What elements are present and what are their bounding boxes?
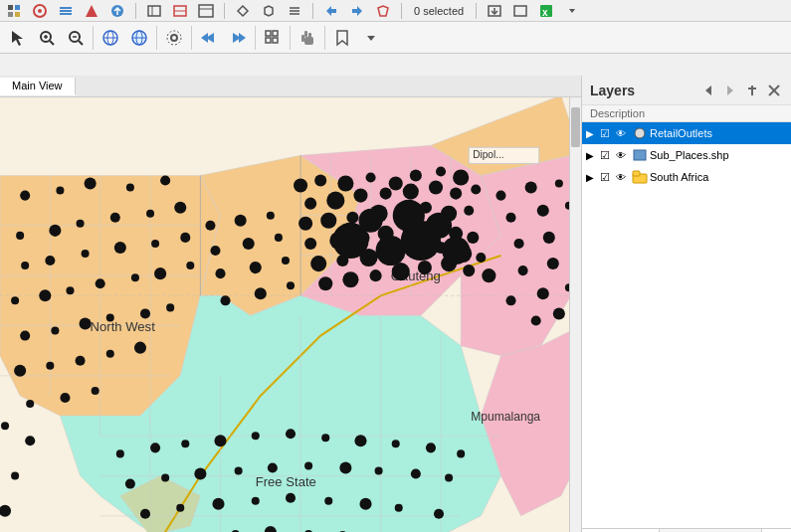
svg-point-163 <box>215 268 225 278</box>
svg-point-187 <box>150 443 160 452</box>
svg-marker-9 <box>86 5 98 17</box>
menu-icon-1[interactable] <box>4 1 24 21</box>
panel-pin-btn[interactable] <box>743 82 761 99</box>
layer-visibility-2[interactable]: 👁 <box>616 150 630 161</box>
svg-point-59 <box>56 187 64 195</box>
tool-select[interactable] <box>4 24 32 52</box>
svg-point-94 <box>60 393 70 403</box>
svg-point-106 <box>389 176 403 190</box>
selected-count-label: 0 selected <box>410 5 468 17</box>
svg-point-165 <box>282 257 290 265</box>
svg-point-159 <box>267 212 275 220</box>
menu-icon-9[interactable] <box>233 1 253 21</box>
toolbar-sep-1 <box>93 26 94 50</box>
tool-next[interactable] <box>224 24 252 52</box>
svg-point-173 <box>537 205 549 217</box>
excel-icon[interactable]: x <box>536 1 556 21</box>
menu-icon-5[interactable] <box>107 1 127 21</box>
svg-marker-273 <box>367 36 375 41</box>
svg-point-73 <box>151 240 159 248</box>
layer-checkbox-1[interactable]: ☑ <box>600 127 614 140</box>
menu-icon-8[interactable] <box>196 1 216 21</box>
layer-item-southafrica[interactable]: ▶ ☑ 👁 South Africa <box>582 166 791 188</box>
svg-point-212 <box>324 497 332 505</box>
layer-item-retailoutlets[interactable]: ▶ ☑ 👁 RetailOutlets <box>582 122 791 144</box>
svg-rect-2 <box>8 12 13 17</box>
tool-zoom-in[interactable] <box>33 24 61 52</box>
svg-point-182 <box>537 287 549 299</box>
map-area[interactable]: Main View <box>0 76 582 532</box>
svg-point-191 <box>286 429 296 439</box>
export-icon-1[interactable] <box>485 1 504 21</box>
layer-checkbox-2[interactable]: ☑ <box>600 149 614 162</box>
svg-point-103 <box>314 174 326 186</box>
v-scroll-thumb[interactable] <box>571 107 580 147</box>
menu-icon-6[interactable] <box>144 1 164 21</box>
map-canvas[interactable]: North West Gauteng Free State Mpumalanga <box>0 97 581 532</box>
svg-marker-20 <box>326 6 336 16</box>
svg-point-142 <box>318 276 332 290</box>
svg-text:North West: North West <box>91 319 156 334</box>
menu-icon-3[interactable] <box>56 1 76 21</box>
tool-pan[interactable] <box>294 24 321 52</box>
dropdown-arrow[interactable] <box>562 1 582 21</box>
menu-icon-10[interactable] <box>259 1 279 21</box>
svg-point-234 <box>635 128 645 138</box>
panel-title: Layers <box>590 83 635 98</box>
svg-point-5 <box>38 9 42 13</box>
layer-name-3: South Africa <box>650 171 708 183</box>
layer-visibility-3[interactable]: 👁 <box>616 172 630 183</box>
svg-text:Free State: Free State <box>256 474 316 489</box>
svg-line-250 <box>79 41 83 45</box>
tool-zoom-out[interactable] <box>62 24 90 52</box>
menu-icon-7[interactable] <box>170 1 190 21</box>
map-tab-bar: Main View <box>0 76 581 97</box>
tool-globe1[interactable] <box>97 24 124 52</box>
svg-point-193 <box>354 435 366 446</box>
svg-point-148 <box>463 265 475 276</box>
panel-back-btn[interactable] <box>699 82 717 99</box>
svg-point-98 <box>11 472 19 480</box>
layer-icon-2 <box>632 147 648 163</box>
layer-item-subplaces[interactable]: ▶ ☑ 👁 Sub_Places.shp <box>582 144 791 166</box>
svg-marker-228 <box>705 86 711 95</box>
tool-settings[interactable] <box>160 24 188 52</box>
svg-point-208 <box>176 504 184 512</box>
svg-point-62 <box>160 175 170 185</box>
svg-point-184 <box>531 315 541 325</box>
main-view-tab[interactable]: Main View <box>0 78 76 95</box>
export-icon-2[interactable] <box>510 1 530 21</box>
layer-icon-1 <box>632 125 648 141</box>
tool-prev[interactable] <box>195 24 223 52</box>
main-layout: Main View <box>0 76 791 532</box>
menu-icon-4[interactable] <box>82 1 101 21</box>
tool-grid[interactable] <box>259 24 287 52</box>
menu-icon-12[interactable] <box>321 1 341 21</box>
svg-point-65 <box>77 220 85 228</box>
tool-dropdown[interactable] <box>357 24 385 52</box>
tool-globe2[interactable] <box>125 24 153 52</box>
svg-point-79 <box>131 273 139 281</box>
menu-icon-13[interactable] <box>347 1 367 21</box>
layer-checkbox-3[interactable]: ☑ <box>600 171 614 184</box>
svg-point-85 <box>106 313 114 321</box>
svg-point-91 <box>106 350 114 358</box>
svg-point-197 <box>125 479 135 489</box>
panel-forward-btn[interactable] <box>721 82 739 99</box>
svg-point-77 <box>66 286 74 294</box>
menu-icon-11[interactable] <box>285 1 304 21</box>
svg-marker-21 <box>352 6 362 16</box>
top-menu-bar: 0 selected x <box>0 0 791 22</box>
svg-point-179 <box>547 258 559 269</box>
svg-point-258 <box>171 35 177 41</box>
svg-point-189 <box>214 435 226 446</box>
panel-close-btn[interactable] <box>765 82 783 99</box>
svg-point-145 <box>392 263 410 280</box>
menu-icon-14[interactable] <box>373 1 393 21</box>
vertical-scrollbar[interactable] <box>569 97 581 532</box>
svg-point-155 <box>393 200 425 232</box>
layer-visibility-1[interactable]: 👁 <box>616 128 630 139</box>
svg-point-146 <box>418 261 432 274</box>
menu-icon-2[interactable] <box>30 1 50 21</box>
tool-bookmark[interactable] <box>328 24 356 52</box>
